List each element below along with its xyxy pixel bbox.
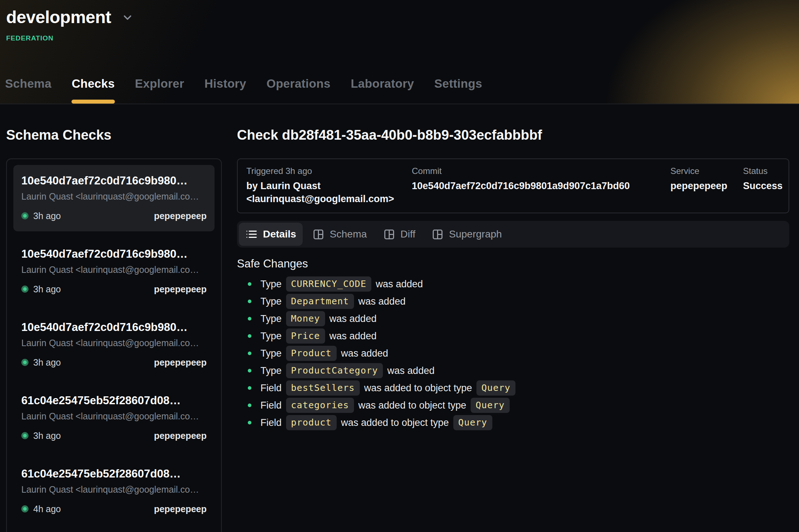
schema-check-list: 10e540d7aef72c0d716c9b980…Laurin Quast <… — [6, 158, 222, 532]
change-row: TypeProductCategorywas added — [237, 362, 789, 379]
schema-check-item[interactable]: 10e540d7aef72c0d716c9b980…Laurin Quast <… — [13, 311, 215, 378]
change-prefix: Field — [260, 400, 282, 411]
change-suffix: was added to object type — [341, 417, 449, 428]
checks-sidebar: Schema Checks 10e540d7aef72c0d716c9b980…… — [6, 104, 222, 532]
check-service: pepepepeep — [154, 210, 207, 221]
sidebar-title: Schema Checks — [6, 127, 222, 143]
triggered-label: Triggered 3h ago — [246, 166, 412, 176]
change-prefix: Type — [260, 313, 282, 324]
change-prefix: Type — [260, 279, 282, 290]
schema-check-item[interactable]: 61c04e25475eb52f28607d08…Laurin Quast <l… — [13, 385, 215, 451]
change-code-chip: Price — [286, 328, 325, 344]
columns-icon — [312, 228, 324, 240]
detail-tab-schema[interactable]: Schema — [306, 223, 373, 246]
project-type-badge: FEDERATION — [6, 34, 799, 42]
tab-explorer[interactable]: Explorer — [135, 77, 184, 104]
changes-section: Safe Changes TypeCURRENCY_CODEwas addedT… — [237, 257, 789, 431]
change-suffix: was added — [329, 313, 377, 324]
change-prefix: Type — [260, 296, 282, 307]
success-status-dot — [21, 212, 29, 219]
change-code-chip: product — [286, 415, 337, 430]
change-prefix: Type — [260, 331, 282, 342]
success-status-dot — [21, 432, 29, 439]
app-root: development FEDERATION SchemaChecksExplo… — [0, 0, 799, 532]
schema-check-item[interactable]: 61c04e25475eb52f28607d08…Laurin Quast <l… — [13, 458, 215, 524]
status-value: Success — [743, 179, 783, 192]
bullet-dot-icon — [248, 282, 251, 286]
bullet-dot-icon — [248, 317, 251, 320]
check-meta-row: 3h agopepepepeep — [21, 430, 207, 441]
change-suffix: was added to object type — [364, 383, 472, 394]
check-meta-row: 3h agopepepepeep — [21, 284, 207, 295]
change-row: Fieldcategorieswas added to object typeQ… — [237, 397, 789, 414]
change-row: TypeCURRENCY_CODEwas added — [237, 275, 789, 293]
check-time: 3h ago — [33, 357, 61, 368]
change-suffix: was added — [376, 279, 423, 290]
service-value: pepepepeep — [670, 179, 743, 192]
changes-title: Safe Changes — [237, 257, 789, 271]
schema-check-item[interactable]: 10e540d7aef72c0d716c9b980…Laurin Quast <… — [13, 238, 215, 305]
change-suffix: was added — [387, 365, 435, 376]
change-code-chip: bestSellers — [286, 380, 360, 396]
triggered-by-value: by Laurin Quast <laurinquast@googlemail.… — [246, 179, 405, 205]
status-label: Status — [743, 166, 783, 176]
content-area: Schema Checks 10e540d7aef72c0d716c9b980…… — [0, 104, 799, 532]
change-code-chip: Product — [286, 346, 337, 361]
check-commit-id: 10e540d7aef72c0d716c9b980… — [21, 248, 207, 261]
check-commit-id: 61c04e25475eb52f28607d08… — [21, 467, 207, 480]
check-service: pepepepeep — [154, 357, 207, 368]
check-commit-id: 61c04e25475eb52f28607d08… — [21, 394, 207, 407]
change-code-chip: CURRENCY_CODE — [286, 276, 372, 292]
check-time: 3h ago — [33, 430, 61, 441]
change-row: Fieldproductwas added to object typeQuer… — [237, 414, 789, 431]
tab-schema[interactable]: Schema — [5, 77, 51, 104]
tab-checks[interactable]: Checks — [72, 77, 115, 104]
success-status-dot — [21, 285, 29, 293]
schema-check-item[interactable]: 10e540d7aef72c0d716c9b980…Laurin Quast <… — [13, 165, 215, 231]
primary-nav: SchemaChecksExplorerHistoryOperationsLab… — [5, 77, 482, 104]
tab-settings[interactable]: Settings — [434, 77, 482, 104]
change-row: FieldbestSellerswas added to object type… — [237, 379, 789, 397]
detail-tab-supergraph[interactable]: Supergraph — [425, 223, 508, 246]
check-service: pepepepeep — [154, 503, 207, 514]
project-name: development — [6, 7, 111, 27]
check-meta-row: 3h agopepepepeep — [21, 210, 207, 221]
change-type-chip: Query — [476, 380, 515, 396]
chevron-down-icon[interactable] — [121, 11, 134, 23]
change-suffix: was added — [341, 348, 388, 359]
tab-laboratory[interactable]: Laboratory — [351, 77, 414, 104]
change-code-chip: Department — [286, 294, 354, 309]
change-row: TypeDepartmentwas added — [237, 293, 789, 310]
bullet-dot-icon — [248, 421, 251, 424]
changes-list: TypeCURRENCY_CODEwas addedTypeDepartment… — [237, 275, 789, 431]
check-detail-panel: Check db28f481-35aa-40b0-b8b9-303ecfabbb… — [237, 104, 789, 431]
check-commit-id: 10e540d7aef72c0d716c9b980… — [21, 174, 207, 187]
list-icon — [245, 229, 258, 240]
check-service: pepepepeep — [154, 430, 207, 441]
tab-history[interactable]: History — [204, 77, 246, 104]
commit-cell: Commit 10e540d7aef72c0d716c9b9801a9d907c… — [412, 166, 670, 205]
tab-operations[interactable]: Operations — [267, 77, 331, 104]
check-author: Laurin Quast <laurinquast@googlemail.co… — [21, 264, 207, 275]
detail-tab-diff[interactable]: Diff — [377, 223, 422, 246]
detail-tab-details[interactable]: Details — [239, 223, 303, 246]
project-title-row: development — [0, 0, 799, 27]
check-service: pepepepeep — [154, 284, 207, 295]
check-time: 4h ago — [33, 503, 61, 514]
columns-icon — [383, 228, 395, 240]
check-commit-id: 10e540d7aef72c0d716c9b980… — [21, 321, 207, 334]
success-status-dot — [21, 359, 29, 366]
service-cell: Service pepepepeep — [670, 166, 743, 205]
project-header: development FEDERATION SchemaChecksExplo… — [0, 0, 799, 104]
bullet-dot-icon — [248, 404, 251, 407]
check-time: 3h ago — [33, 284, 61, 295]
change-row: TypePricewas added — [237, 327, 789, 345]
change-code-chip: Money — [286, 311, 325, 326]
detail-tab-label: Details — [263, 228, 296, 240]
service-label: Service — [670, 166, 743, 176]
check-author: Laurin Quast <laurinquast@googlemail.co… — [21, 337, 207, 348]
detail-tab-label: Supergraph — [449, 228, 502, 240]
detail-tab-label: Diff — [401, 228, 416, 240]
bullet-dot-icon — [248, 334, 251, 338]
change-suffix: was added — [358, 296, 406, 307]
